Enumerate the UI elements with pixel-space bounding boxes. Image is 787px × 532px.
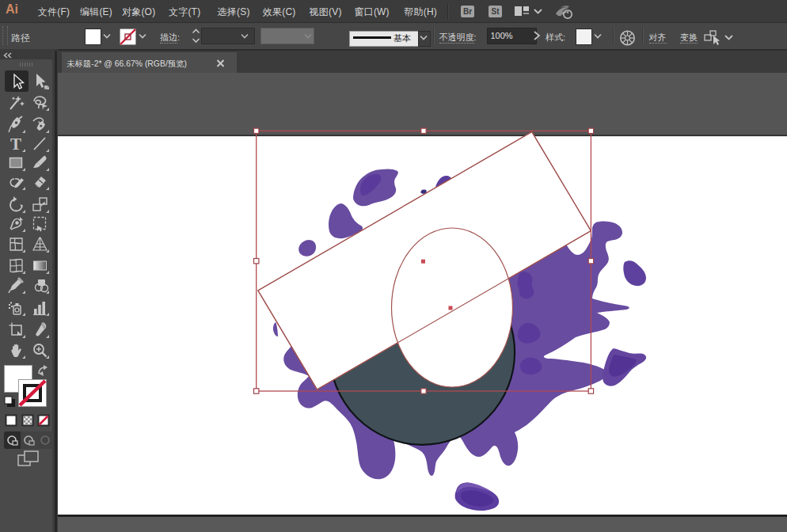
svg-text:T: T — [10, 135, 21, 154]
